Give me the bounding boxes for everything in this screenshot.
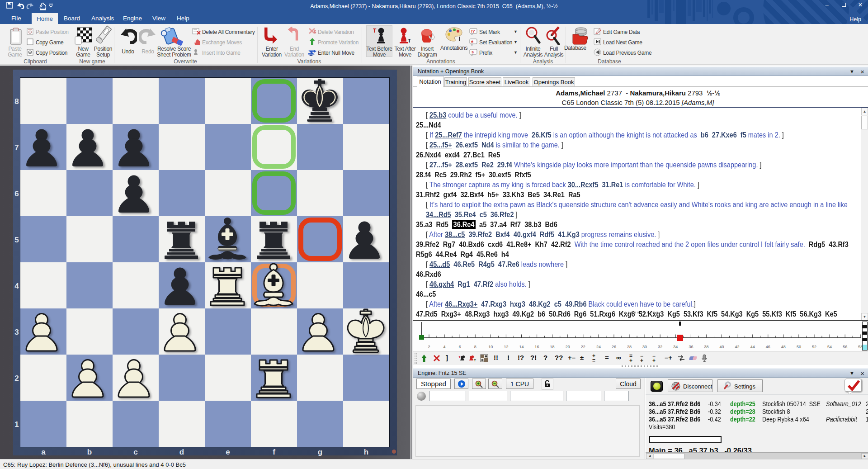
svg-text:28: 28 — [627, 345, 632, 349]
svg-text:T: T — [474, 358, 476, 362]
svg-text:38: 38 — [704, 345, 708, 349]
svg-text:20: 20 — [566, 345, 570, 349]
svg-text:26: 26 — [612, 345, 616, 349]
svg-text:36: 36 — [689, 345, 693, 349]
svg-text:54: 54 — [827, 345, 832, 349]
svg-text:56: 56 — [843, 345, 847, 349]
svg-text:2: 2 — [428, 345, 430, 349]
svg-text:44: 44 — [750, 345, 755, 349]
svg-text:14: 14 — [519, 345, 524, 349]
svg-text:50: 50 — [797, 345, 801, 349]
svg-text:48: 48 — [781, 345, 786, 349]
svg-text:40: 40 — [719, 345, 724, 349]
svg-text:34: 34 — [673, 345, 678, 349]
svg-text:±: ± — [471, 39, 473, 44]
svg-text:10: 10 — [488, 345, 493, 349]
svg-text:52: 52 — [812, 345, 816, 349]
svg-text:30: 30 — [642, 345, 647, 349]
svg-text:32: 32 — [658, 345, 662, 349]
svg-text:24: 24 — [596, 345, 601, 349]
svg-text:42: 42 — [735, 345, 740, 349]
svg-text:12: 12 — [504, 345, 508, 349]
svg-text:16: 16 — [535, 345, 539, 349]
svg-text:T: T — [373, 28, 377, 34]
svg-text:8: 8 — [474, 345, 476, 349]
svg-text:T: T — [458, 355, 461, 359]
svg-text:22: 22 — [581, 345, 585, 349]
svg-text:s: s — [472, 50, 474, 54]
svg-text:T: T — [408, 38, 411, 43]
svg-text:!?: !? — [471, 29, 475, 33]
svg-text:4: 4 — [443, 345, 446, 349]
svg-text:6: 6 — [459, 345, 461, 349]
svg-text:46: 46 — [766, 345, 770, 349]
svg-text:18: 18 — [550, 345, 555, 349]
svg-text:58: 58 — [858, 345, 863, 349]
svg-text:!: ! — [458, 35, 461, 43]
